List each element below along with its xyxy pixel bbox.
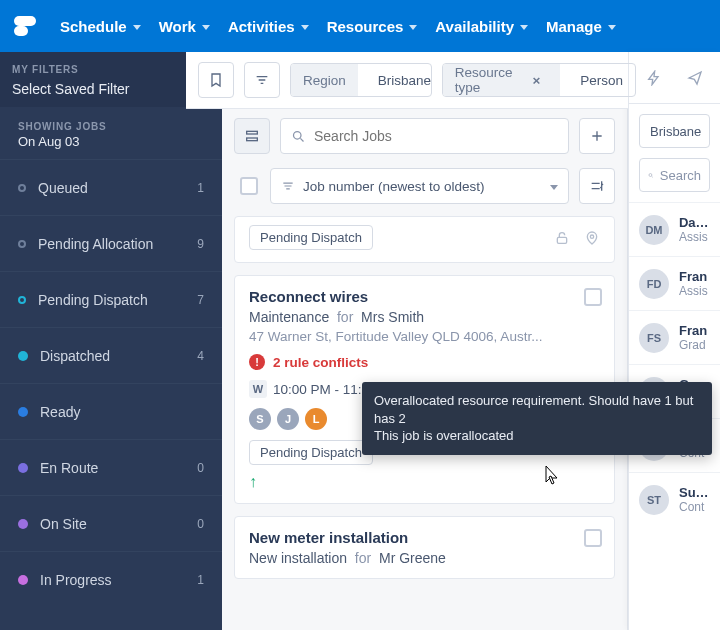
nav-activities[interactable]: Activities	[228, 18, 309, 35]
chevron-down-icon	[202, 25, 210, 30]
send-button[interactable]	[680, 60, 711, 96]
resource-role: Assis	[679, 284, 708, 298]
status-count: 9	[197, 237, 204, 251]
nav-work[interactable]: Work	[159, 18, 210, 35]
search-icon	[291, 129, 306, 144]
status-row[interactable]: Pending Dispatch7	[0, 271, 222, 327]
resource-list: DMDaveAssisFDFranAssisFSFranGradGPGeoCon…	[629, 202, 720, 526]
svg-rect-0	[247, 131, 258, 134]
status-row[interactable]: Pending Allocation9	[0, 215, 222, 271]
chevron-down-icon	[409, 25, 417, 30]
job-subtitle: Maintenance for Mrs Smith	[249, 309, 600, 325]
status-dot	[18, 407, 28, 417]
resource-row[interactable]: DMDaveAssis	[629, 202, 720, 256]
status-count: 4	[197, 349, 204, 363]
status-row[interactable]: Dispatched4	[0, 327, 222, 383]
sort-options-button[interactable]	[579, 168, 615, 204]
sort-select[interactable]: Job number (newest to oldest)	[270, 168, 569, 204]
filter-chip-region[interactable]: Region Brisbane	[290, 63, 432, 97]
status-row[interactable]: In Progress1	[0, 551, 222, 607]
region-filter-select[interactable]: Brisbane	[639, 114, 710, 148]
status-dot	[18, 184, 26, 192]
nav-schedule[interactable]: Schedule	[60, 18, 141, 35]
resource-role: Cont	[679, 500, 710, 514]
resource-name: Susa	[679, 485, 710, 500]
status-row[interactable]: En Route0	[0, 439, 222, 495]
rule-conflict-indicator[interactable]: ! 2 rule conflicts	[249, 354, 600, 370]
status-name: Ready	[40, 404, 80, 420]
job-title: Reconnect wires	[249, 288, 600, 305]
bolt-icon	[646, 70, 662, 86]
select-all-checkbox[interactable]	[240, 177, 258, 195]
search-jobs-input[interactable]	[280, 118, 569, 154]
status-dot	[18, 296, 26, 304]
status-name: In Progress	[40, 572, 112, 588]
resource-name: Fran	[679, 269, 708, 284]
status-dot	[18, 463, 28, 473]
job-card[interactable]: Pending Dispatch	[234, 216, 615, 263]
job-select-checkbox[interactable]	[584, 529, 602, 547]
resource-row[interactable]: STSusaCont	[629, 472, 720, 526]
resource-name: Fran	[679, 323, 707, 338]
resource-avatar-overallocated[interactable]: L	[305, 408, 327, 430]
bolt-button[interactable]	[639, 60, 670, 96]
top-nav: Schedule Work Activities Resources Avail…	[0, 0, 720, 52]
resources-panel: Brisbane Search DMDaveAssisFDFranAssisFS…	[628, 52, 720, 630]
sort-icon	[281, 179, 295, 193]
add-job-button[interactable]	[579, 118, 615, 154]
bookmark-button[interactable]	[198, 62, 234, 98]
status-badge: Pending Dispatch	[249, 225, 373, 250]
showing-label: SHOWING JOBS	[18, 121, 204, 132]
resource-name: Dave	[679, 215, 710, 230]
filter-chip-resource-type[interactable]: Resource type × Person	[442, 63, 636, 97]
sidebar: MY FILTERS Select Saved Filter SHOWING J…	[0, 52, 222, 630]
lock-open-icon[interactable]	[554, 230, 570, 246]
status-row[interactable]: Queued1	[0, 159, 222, 215]
saved-filter-select[interactable]: Select Saved Filter	[12, 81, 210, 97]
status-dot	[18, 575, 28, 585]
close-icon[interactable]: ×	[532, 73, 548, 88]
status-count: 0	[197, 517, 204, 531]
resource-avatar[interactable]: S	[249, 408, 271, 430]
job-subtitle: New installation for Mr Greene	[249, 550, 600, 566]
filter-settings-button[interactable]	[244, 62, 280, 98]
status-name: Dispatched	[40, 348, 110, 364]
status-row[interactable]: Ready	[0, 383, 222, 439]
status-dot	[18, 519, 28, 529]
avatar: DM	[639, 215, 669, 245]
avatar: FD	[639, 269, 669, 299]
resource-row[interactable]: FDFranAssis	[629, 256, 720, 310]
svg-rect-1	[247, 138, 258, 141]
search-icon	[648, 169, 654, 182]
job-card[interactable]: New meter installation New installation …	[234, 516, 615, 579]
status-row[interactable]: On Site0	[0, 495, 222, 551]
overallocation-tooltip: Overallocated resource requirement. Shou…	[362, 382, 712, 455]
nav-availability[interactable]: Availability	[435, 18, 528, 35]
chevron-down-icon	[520, 25, 528, 30]
status-badge: Pending Dispatch	[249, 440, 373, 465]
status-count: 7	[197, 293, 204, 307]
app-logo	[14, 14, 42, 38]
jobs-column: Region Brisbane Resource type × Person	[222, 52, 628, 630]
filter-bar: Region Brisbane Resource type × Person	[186, 52, 628, 109]
nav-resources[interactable]: Resources	[327, 18, 418, 35]
job-title: New meter installation	[249, 529, 600, 546]
job-select-checkbox[interactable]	[584, 288, 602, 306]
status-name: En Route	[40, 460, 98, 476]
resource-role: Grad	[679, 338, 707, 352]
nav-manage[interactable]: Manage	[546, 18, 616, 35]
arrow-up-icon: ↑	[249, 473, 257, 491]
resource-avatar[interactable]: J	[277, 408, 299, 430]
location-pin-icon[interactable]	[584, 230, 600, 246]
resource-row[interactable]: FSFranGrad	[629, 310, 720, 364]
list-layout-button[interactable]	[234, 118, 270, 154]
job-address: 47 Warner St, Fortitude Valley QLD 4006,…	[249, 329, 600, 344]
alert-icon: !	[249, 354, 265, 370]
day-badge: W	[249, 380, 267, 398]
resource-search-input[interactable]: Search	[639, 158, 710, 192]
status-name: On Site	[40, 516, 87, 532]
status-count: 0	[197, 461, 204, 475]
avatar: FS	[639, 323, 669, 353]
my-filters-label: MY FILTERS	[12, 64, 210, 75]
resource-role: Assis	[679, 230, 710, 244]
